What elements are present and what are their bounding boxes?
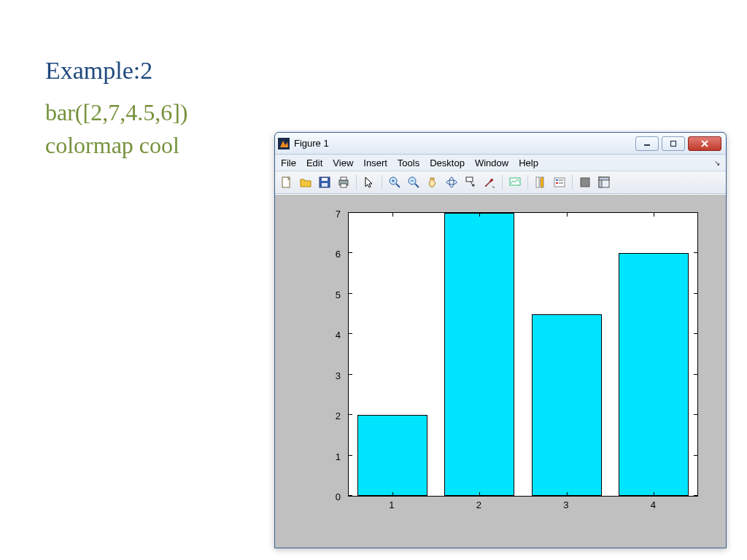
close-button[interactable] [688, 136, 721, 151]
data-cursor-icon[interactable] [462, 174, 479, 191]
svg-rect-11 [341, 184, 347, 187]
plot-area: 01234567 1234 [288, 208, 713, 526]
svg-rect-26 [510, 178, 520, 185]
xtick-mark [392, 492, 393, 496]
menu-view[interactable]: View [333, 158, 353, 168]
bar [619, 253, 689, 496]
menu-tools[interactable]: Tools [398, 158, 419, 168]
ytick-mark [349, 374, 352, 375]
ytick-mark [349, 495, 352, 496]
new-file-icon[interactable] [278, 174, 295, 191]
svg-point-20 [449, 177, 454, 187]
xtick-mark [479, 213, 480, 217]
xtick-label: 3 [563, 499, 568, 510]
ytick-mark [694, 252, 697, 253]
svg-rect-34 [581, 178, 589, 187]
yticks: 01234567 [288, 212, 348, 497]
ytick-mark [694, 293, 697, 294]
menubar: File Edit View Insert Tools Desktop Wind… [275, 155, 726, 171]
menu-insert[interactable]: Insert [363, 158, 387, 168]
ytick-label: 5 [336, 289, 341, 300]
maximize-button[interactable] [662, 136, 685, 151]
pointer-icon[interactable] [360, 174, 378, 191]
pan-icon[interactable] [424, 174, 441, 191]
xtick-label: 1 [389, 499, 394, 510]
xtick-label: 2 [476, 499, 481, 510]
svg-line-13 [396, 184, 400, 187]
ytick-mark [349, 252, 352, 253]
slide: Example:2 bar([2,7,4.5,6]) colormap cool… [0, 0, 747, 560]
xtick-mark [479, 492, 480, 496]
ytick-label: 0 [336, 491, 341, 502]
toolbar-separator [502, 175, 503, 190]
xtick-mark [567, 213, 568, 217]
xtick-mark [567, 492, 568, 496]
menu-file[interactable]: File [281, 158, 296, 168]
svg-marker-25 [492, 186, 495, 188]
link-plots-icon[interactable] [506, 174, 524, 191]
dock-toggle-icon[interactable]: ↘ [714, 159, 720, 167]
ytick-mark [349, 293, 352, 294]
xtick-mark [654, 213, 654, 217]
menu-help[interactable]: Help [519, 158, 538, 168]
ytick-mark [349, 333, 352, 334]
figure-window: Figure 1 File Edit View Insert Tools Des [274, 132, 727, 548]
ytick-mark [694, 455, 697, 456]
ytick-label: 6 [336, 249, 341, 260]
ytick-mark [694, 333, 697, 334]
xtick-label: 4 [651, 499, 656, 510]
hide-plot-tools-icon[interactable] [576, 174, 594, 191]
zoom-in-icon[interactable] [386, 174, 403, 191]
ytick-label: 4 [336, 330, 341, 341]
ytick-mark [694, 414, 697, 415]
svg-point-19 [446, 180, 457, 184]
menu-desktop[interactable]: Desktop [430, 158, 465, 168]
zoom-out-icon[interactable] [405, 174, 422, 191]
toolbar-separator [382, 175, 382, 190]
matlab-logo-icon [278, 138, 290, 149]
rotate-3d-icon[interactable] [443, 174, 460, 191]
ytick-mark [349, 212, 352, 213]
open-icon[interactable] [297, 174, 314, 191]
print-icon[interactable] [335, 174, 352, 191]
ytick-label: 7 [336, 209, 341, 219]
bar [357, 415, 427, 496]
svg-rect-10 [341, 177, 347, 180]
ytick-mark [349, 414, 352, 415]
ytick-label: 1 [336, 451, 341, 462]
window-title: Figure 1 [294, 138, 329, 149]
minimize-button[interactable] [635, 136, 659, 151]
bar [532, 314, 602, 496]
svg-line-17 [415, 184, 419, 187]
toolbar-separator [527, 175, 528, 190]
code-line-2: colormap cool [45, 132, 187, 159]
code-line-1: bar([2,7,4.5,6]) [45, 99, 187, 126]
svg-rect-21 [466, 177, 473, 182]
toolbar-separator [572, 175, 573, 190]
ytick-mark [694, 374, 697, 375]
titlebar: Figure 1 [275, 133, 726, 155]
toolbar-separator [356, 175, 357, 190]
ytick-mark [349, 455, 352, 456]
text-area: Example:2 bar([2,7,4.5,6]) colormap cool [45, 57, 187, 165]
toolbar [275, 171, 726, 194]
svg-rect-37 [599, 177, 609, 180]
axes [348, 212, 698, 497]
ytick-label: 3 [336, 370, 341, 381]
ytick-mark [694, 212, 697, 213]
colorbar-icon[interactable] [532, 174, 549, 191]
menu-window[interactable]: Window [475, 158, 508, 168]
svg-line-22 [471, 182, 473, 187]
xticks: 1234 [348, 499, 698, 513]
window-buttons [635, 136, 723, 151]
menu-edit[interactable]: Edit [306, 158, 322, 168]
brush-icon[interactable] [481, 174, 498, 191]
svg-rect-28 [541, 177, 543, 187]
save-icon[interactable] [316, 174, 333, 191]
show-plot-tools-icon[interactable] [595, 174, 613, 191]
xtick-mark [654, 492, 654, 496]
svg-rect-31 [556, 182, 558, 184]
xtick-mark [392, 213, 393, 217]
svg-rect-7 [322, 178, 328, 181]
legend-icon[interactable] [551, 174, 568, 191]
